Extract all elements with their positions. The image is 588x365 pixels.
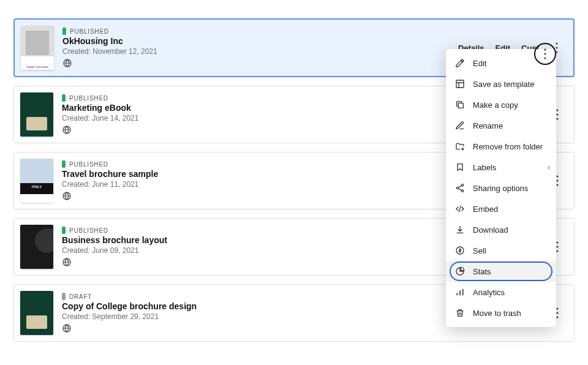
chevron-right-icon: › [548,163,550,171]
svg-point-19 [556,316,558,318]
svg-point-1 [556,42,557,44]
svg-point-10 [556,179,558,181]
stats-icon [454,266,466,277]
menu-item-label: Download [473,225,508,235]
menu-item-label: Labels [473,163,496,172]
menu-item-template[interactable]: Save as template [446,73,556,94]
svg-point-6 [556,113,558,115]
template-icon [454,78,466,89]
menu-item-labels[interactable]: Labels › [446,157,556,178]
thumbnail[interactable] [20,159,53,203]
svg-point-13 [556,241,558,243]
menu-item-share[interactable]: Sharing options [446,178,556,198]
menu-item-label: Edit [473,59,486,68]
share-icon [454,182,466,194]
menu-item-copy[interactable]: Make a copy [446,94,556,115]
menu-item-label: Rename [473,121,503,130]
download-icon [454,224,466,235]
menu-item-label: Stats [473,267,491,276]
svg-point-24 [461,190,463,192]
svg-point-7 [556,118,558,119]
rename-icon [454,120,466,131]
edit-icon [454,58,466,69]
created-date: Created: September 29, 2021 [62,312,459,321]
created-date: Created: June 11, 2021 [62,180,459,189]
globe-icon [62,191,72,201]
menu-item-stats[interactable]: Stats [446,261,556,282]
status-pill [62,28,66,35]
globe-icon [62,323,72,333]
row-info: PUBLISHED Travel brochure sample Created… [62,160,459,201]
menu-item-rename[interactable]: Rename [446,115,556,136]
svg-point-2 [556,47,557,48]
menu-item-analytics[interactable]: Analytics [446,282,556,303]
svg-point-15 [556,250,558,252]
remove-folder-icon [454,141,466,152]
sell-icon [454,245,466,256]
trash-icon [454,307,466,318]
created-date: Created: November 12, 2021 [62,47,458,56]
labels-icon [454,162,466,173]
status-label: PUBLISHED [70,28,109,35]
svg-point-11 [556,184,558,186]
menu-item-remove-folder[interactable]: Remove from folder [446,136,556,157]
menu-item-label: Sell [473,246,486,255]
svg-rect-21 [458,103,463,108]
menu-item-label: Save as template [473,80,534,89]
publication-title[interactable]: Copy of College brochure design [62,301,459,311]
status-label: PUBLISHED [69,227,108,234]
menu-item-label: Move to trash [473,309,521,318]
svg-point-23 [456,187,458,189]
thumbnail[interactable] [20,225,53,269]
globe-icon [62,125,72,135]
status-label: PUBLISHED [69,161,108,168]
copy-icon [454,99,466,110]
publication-title[interactable]: OkHousing Inc [62,36,458,46]
svg-point-5 [556,109,558,111]
analytics-icon [454,287,466,298]
menu-item-sell[interactable]: Sell [446,240,556,261]
svg-point-14 [556,246,558,247]
thumbnail[interactable] [20,291,53,335]
status-pill [62,293,66,300]
publication-title[interactable]: Business brochure layout [62,235,459,245]
created-date: Created: June 14, 2021 [62,114,459,122]
svg-point-18 [556,312,558,314]
row-info: PUBLISHED OkHousing Inc Created: Novembe… [62,28,458,68]
svg-point-9 [556,175,558,177]
publication-title[interactable]: Travel brochure sample [62,169,459,179]
row-info: PUBLISHED Marketing eBook Created: June … [62,94,459,135]
menu-item-label: Sharing options [473,184,528,193]
status-label: DRAFT [69,293,92,300]
thumbnail[interactable] [20,92,53,137]
menu-item-embed[interactable]: Embed [446,198,556,219]
thumbnail[interactable] [21,26,54,70]
status-pill [62,160,66,168]
context-menu: Edit Save as template Make a copy Rename… [446,49,556,327]
status-label: PUBLISHED [69,95,108,102]
menu-item-label: Make a copy [473,100,518,110]
publication-title[interactable]: Marketing eBook [62,103,459,113]
status-pill [62,94,66,102]
globe-icon [62,257,72,267]
menu-item-label: Analytics [473,288,505,297]
status-pill [62,227,66,234]
embed-icon [454,203,466,214]
svg-point-22 [461,184,463,186]
svg-rect-20 [456,80,464,88]
menu-item-edit[interactable]: Edit [446,53,556,73]
menu-item-label: Embed [473,205,498,214]
created-date: Created: June 09, 2021 [62,246,459,255]
row-info: DRAFT Copy of College brochure design Cr… [62,293,459,333]
menu-item-download[interactable]: Download [446,219,556,240]
globe-icon [62,58,72,68]
svg-point-17 [556,307,558,309]
menu-item-label: Remove from folder [473,142,543,151]
row-info: PUBLISHED Business brochure layout Creat… [62,227,459,267]
menu-item-trash[interactable]: Move to trash [446,303,556,323]
